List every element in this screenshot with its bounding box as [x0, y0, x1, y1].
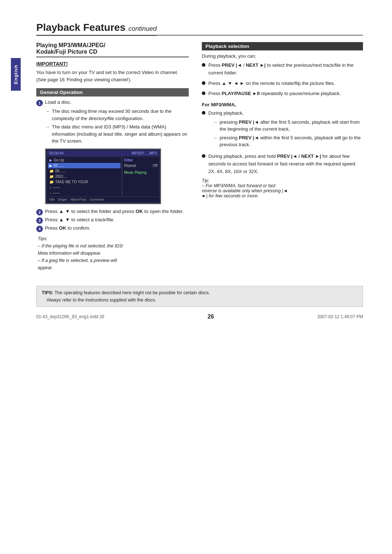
- tv-bottom-singer: Singer: [58, 198, 67, 201]
- note-icon-1: ♪: [49, 185, 51, 189]
- mp3-bullet-circle-1: [202, 111, 205, 115]
- mp3-bullet-2: During playback, press and hold PREV |◄ …: [202, 153, 363, 175]
- important-heading: IMPORTANT!: [36, 61, 189, 67]
- tv-list-item-6: ♪ ——: [48, 185, 121, 190]
- tips-line-2: Meta information will disappear.: [38, 251, 101, 256]
- bottom-tips: TIPS: The operating features described h…: [36, 286, 363, 307]
- mp3-bullet-2-text: During playback, press and hold PREV |◄ …: [208, 153, 363, 175]
- tv-list: ▶ Go Up ▶ 07...... 📁 09...... 📁: [47, 157, 121, 196]
- tv-list-item-4: 📁 2002....: [48, 174, 121, 179]
- page-number: 26: [208, 313, 214, 320]
- mp3-subarrow-2-text: pressing PREV |◄ within the first 5 seco…: [220, 134, 363, 148]
- tips-line-3: – If a jpeg file is selected, a preview …: [38, 258, 117, 263]
- tv-time: 00:00:44: [49, 151, 64, 155]
- folder-icon-2: 📁: [49, 175, 54, 178]
- mp3-bullet-1-content: During playback, → pressing PREV |◄ afte…: [208, 110, 363, 150]
- mp3-subarrow-1: → pressing PREV |◄ after the first 5 sec…: [213, 119, 363, 133]
- tv-item-text-7: ——: [53, 191, 60, 195]
- for-mp3-wma-heading: For MP3/WMA,: [202, 102, 363, 107]
- step-1-arrow-1-text: The disc reading time may exceed 30 seco…: [52, 108, 189, 122]
- tv-item-text-3: 09......: [55, 169, 65, 173]
- tips-line-1: – If the playing file is not selected, t…: [38, 243, 123, 249]
- bullet-1: Press PREV |◄ / NEXT ►| to select the pr…: [202, 62, 363, 77]
- right-column: Playback selection During playback, you …: [202, 42, 363, 271]
- play-icon-2: ▶: [49, 164, 52, 168]
- bullet-circle-1: [202, 63, 205, 67]
- step-3-number: 3: [36, 217, 43, 224]
- tips-section: Tips: – If the playing file is not selec…: [38, 235, 189, 271]
- mp3-bullet-circle-2: [202, 154, 205, 158]
- folder-icon-3: 📁: [49, 180, 54, 184]
- tv-bottom-comment: Comment: [89, 198, 103, 201]
- bullet-circle-3: [202, 91, 205, 95]
- step-1-arrow-2-text: The data disc menu and ID3 (MP3) / Meta …: [52, 123, 189, 145]
- step-1: 1 Load a disc.: [36, 99, 189, 106]
- bottom-tips-bold: TIPS:: [42, 290, 53, 295]
- playback-intro: During playback, you can;: [202, 53, 363, 59]
- filter-repeat-label: Repeat: [124, 164, 136, 168]
- tips-line-4: appear.: [38, 265, 53, 270]
- bullet-2-text: Press ▲ ▼ ◄ ► on the remote to rotate/fl…: [208, 80, 335, 87]
- mp3-subarrow-1-text: pressing PREV |◄ after the first 5 secon…: [220, 119, 363, 133]
- tv-item-text: Go Up: [54, 158, 64, 162]
- step-4-number: 4: [36, 226, 43, 232]
- general-operation-heading: General Operation: [36, 88, 189, 97]
- tv-list-item: ▶ Go Up: [48, 157, 121, 163]
- tv-item-text-6: ——: [53, 185, 60, 189]
- tip-heading: Tip:: [202, 178, 209, 183]
- page-title: Playback Features continued: [36, 22, 157, 36]
- tv-bottom-title: Title: [49, 198, 55, 201]
- left-column: Playing MP3/WMA/JPEG/Kodak/Fuji Picture …: [36, 42, 189, 271]
- arrow-icon-1: →: [45, 108, 50, 115]
- bullet-3: Press PLAY/PAUSE ►II repeatedly to pause…: [202, 90, 363, 98]
- tip-line-2: reverse is available only when pressing …: [202, 188, 288, 193]
- tv-list-item-selected: ▶ 07......: [48, 163, 121, 168]
- step-4-text: Press OK to confirm.: [45, 225, 90, 231]
- two-col-layout: Playing MP3/WMA/JPEG/Kodak/Fuji Picture …: [36, 42, 363, 271]
- mp3-subarrow-2: → pressing PREV |◄ within the first 5 se…: [213, 134, 363, 148]
- step-3-text: Press ▲ ▼ to select a track/file.: [45, 217, 115, 222]
- tv-track: MP3/07.....MP3: [132, 151, 157, 155]
- bullet-1-text: Press PREV |◄ / NEXT ►| to select the pr…: [208, 62, 363, 77]
- step-2: 2 Press ▲ ▼ to select the folder and pre…: [36, 209, 189, 216]
- step-1-number: 1: [36, 100, 43, 106]
- tv-list-item-5: 📁 TAKE ME TO YOUR: [48, 179, 121, 185]
- bullet-circle-2: [202, 81, 205, 85]
- step-1-text: Load a disc.: [45, 99, 72, 105]
- tv-item-text-4: 2002....: [55, 175, 67, 178]
- footer-left: 01-43_dvp3126K_93_eng1.indd 26: [36, 314, 105, 319]
- music-playing: Music Playing: [124, 171, 158, 175]
- sub-arrow-icon-1: →: [213, 119, 217, 126]
- bottom-tips-text: The operating features described here mi…: [42, 290, 210, 303]
- mp3-bullet-1-text: During playback,: [208, 110, 244, 116]
- tv-top-bar: 00:00:44 MP3/07.....MP3: [47, 151, 159, 156]
- tv-bottom-bar: Title Singer Album/Trac Comment: [47, 197, 159, 202]
- tv-item-text-2: 07......: [54, 164, 64, 168]
- tip-line-1: – For MP3/WMA, fast forward or fast: [202, 183, 275, 188]
- arrow-icon-2: →: [45, 123, 50, 131]
- tv-screen: 00:00:44 MP3/07.....MP3 ▶ Go Up ▶ 07....…: [45, 148, 161, 204]
- page-container: English Playback Features continued Play…: [0, 0, 392, 554]
- step-2-text: Press ▲ ▼ to select the folder and press…: [45, 209, 184, 214]
- filter-label: Filter: [124, 158, 158, 162]
- important-text: You have to turn on your TV and set to t…: [36, 69, 189, 83]
- page-footer: 01-43_dvp3126K_93_eng1.indd 26 26 2007-0…: [36, 313, 363, 320]
- english-tab: English: [11, 58, 21, 91]
- step-4: 4 Press OK to confirm.: [36, 225, 189, 232]
- bullet-2: Press ▲ ▼ ◄ ► on the remote to rotate/fl…: [202, 80, 363, 87]
- left-section-title: Playing MP3/WMA/JPEG/Kodak/Fuji Picture …: [36, 42, 189, 57]
- step-1-arrow-1: → The disc reading time may exceed 30 se…: [45, 108, 189, 122]
- playback-selection-heading: Playback selection: [202, 42, 363, 50]
- filter-repeat: Repeat Off: [124, 164, 158, 168]
- tip-line-3: ►| for few seconds or more.: [202, 193, 259, 198]
- folder-icon-1: 📁: [49, 169, 54, 173]
- note-icon-2: ♪: [49, 191, 51, 195]
- tv-list-item-3: 📁 09......: [48, 168, 121, 174]
- mp3-bullet-1: During playback, → pressing PREV |◄ afte…: [202, 110, 363, 150]
- step-1-arrow-2: → The data disc menu and ID3 (MP3) / Met…: [45, 123, 189, 145]
- tv-list-item-7: ♪ ——: [48, 190, 121, 196]
- sub-arrow-icon-2: →: [213, 134, 217, 141]
- tv-right-panel: Filter Repeat Off Music Playing: [123, 157, 159, 196]
- tv-content: ▶ Go Up ▶ 07...... 📁 09...... 📁: [47, 157, 159, 196]
- play-icon: ▶: [49, 158, 52, 162]
